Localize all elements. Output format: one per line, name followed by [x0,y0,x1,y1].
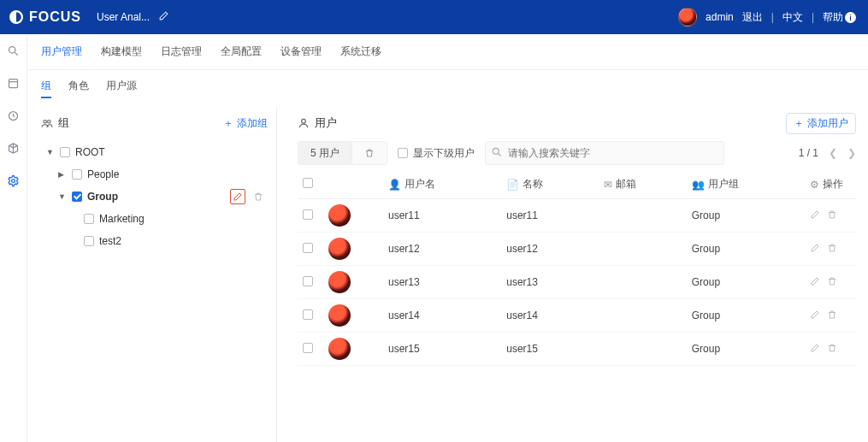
svg-point-7 [493,148,499,154]
tree-checkbox[interactable] [84,236,94,246]
cell-username: user14 [383,299,501,333]
edit-icon[interactable] [230,189,245,204]
tree-row-marketing[interactable]: Marketing [41,208,271,230]
caret-icon[interactable]: ▶ [58,170,67,179]
tree-row-people[interactable]: ▶People [41,163,271,186]
table-row[interactable]: user12user12Group [298,233,856,266]
row-actions [810,243,851,256]
edit-icon[interactable] [158,10,169,24]
trash-icon[interactable] [827,276,837,289]
caret-icon[interactable]: ▼ [46,148,55,156]
nav1-item-3[interactable]: 全局配置 [221,44,262,64]
svg-point-0 [9,47,16,54]
search-icon[interactable] [7,44,20,60]
nav2-item-2[interactable]: 用户源 [106,79,137,98]
nav-primary: 用户管理构建模型日志管理全局配置设备管理系统迁移 [27,34,868,70]
avatar [328,204,351,227]
tree-checkbox[interactable] [60,147,70,157]
row-checkbox[interactable] [303,343,313,353]
clock-icon[interactable] [7,109,20,125]
doc-icon: 📄 [506,179,519,191]
row-checkbox[interactable] [303,209,313,220]
show-subgroup-toggle[interactable]: 显示下级用户 [398,146,475,161]
tree-row-test2[interactable]: test2 [41,230,271,252]
show-subgroup-checkbox[interactable] [398,148,408,158]
tree-label[interactable]: test2 [99,235,121,247]
user-icon [298,117,310,129]
add-user-button[interactable]: ＋ 添加用户 [786,113,856,134]
trash-icon[interactable] [827,243,837,256]
edit-icon[interactable] [810,309,820,322]
trash-icon[interactable] [827,343,837,356]
row-checkbox[interactable] [303,276,313,286]
user-panel-header: 用户 ＋ 添加用户 [298,114,856,133]
tree-checkbox[interactable] [72,192,82,202]
group-panel: 组 ＋ 添加组 ▼ROOT▶People▼GroupMarketingtest2 [27,107,277,442]
nav1-item-4[interactable]: 设备管理 [280,44,322,64]
logout-link[interactable]: 退出 [742,10,763,25]
nav2-item-1[interactable]: 角色 [68,79,89,98]
help-link[interactable]: 帮助i [823,10,856,25]
lang-link[interactable]: 中文 [782,10,803,25]
brand-text: FOCUS [29,9,81,25]
bulk-delete-button[interactable] [351,142,387,164]
svg-point-6 [302,119,306,123]
edit-icon[interactable] [810,209,820,222]
cube-icon[interactable] [7,142,20,157]
edit-icon[interactable] [810,276,820,289]
svg-point-4 [44,121,47,124]
search-input[interactable] [485,141,724,165]
select-all-checkbox[interactable] [303,178,313,188]
cell-email [599,233,687,266]
tree-label[interactable]: Marketing [99,213,145,225]
group-panel-header: 组 ＋ 添加组 [41,114,271,133]
tree-checkbox[interactable] [72,169,82,180]
trash-icon[interactable] [827,209,837,222]
user-link[interactable]: admin [706,11,734,23]
search-wrap [485,141,724,165]
table-row[interactable]: user11user11Group [298,199,856,233]
nav2-item-0[interactable]: 组 [41,79,51,98]
tree-row-root[interactable]: ▼ROOT [41,141,271,163]
tree-checkbox[interactable] [84,214,94,224]
sep: | [812,11,814,23]
book-icon[interactable] [7,77,20,92]
group-title: 组 [41,115,69,131]
trash-icon[interactable] [251,189,266,204]
user-table: 👤用户名 📄名称 ✉邮箱 👥用户组 ⚙操作 user11user11Groupu… [298,170,856,366]
row-checkbox[interactable] [303,309,313,320]
tree-label[interactable]: Group [87,191,118,203]
trash-icon[interactable] [827,309,837,322]
edit-icon[interactable] [810,243,820,256]
col-email: 邮箱 [616,178,636,190]
user-count-tab[interactable]: 5 用户 [298,142,351,164]
cell-email [599,299,687,333]
search-icon [491,146,503,161]
nav1-item-1[interactable]: 构建模型 [101,44,142,64]
table-row[interactable]: user15user15Group [298,333,856,366]
prev-page-button[interactable]: ❮ [829,147,837,159]
edit-icon[interactable] [810,343,820,356]
add-group-button[interactable]: ＋ 添加组 [220,116,271,131]
nav1-item-5[interactable]: 系统迁移 [340,44,381,64]
row-checkbox[interactable] [303,243,313,253]
nav1-item-0[interactable]: 用户管理 [41,44,82,64]
tree-label[interactable]: ROOT [75,146,105,158]
user-panel: 用户 ＋ 添加用户 5 用户 显示下级用户 [277,107,868,442]
avatar[interactable] [678,8,697,27]
cell-username: user15 [383,333,501,366]
brand-logo: FOCUS [9,9,81,25]
next-page-button[interactable]: ❯ [847,147,856,159]
nav1-item-2[interactable]: 日志管理 [161,44,202,64]
tree-label[interactable]: People [87,168,119,180]
workspace-tab[interactable]: User Anal... [97,10,169,24]
cell-group: Group [687,233,805,266]
tree-row-group[interactable]: ▼Group [41,186,271,208]
row-actions [810,276,851,289]
gear-icon[interactable] [7,174,20,190]
table-row[interactable]: user14user14Group [298,299,856,333]
table-row[interactable]: user13user13Group [298,266,856,299]
caret-icon[interactable]: ▼ [58,192,67,201]
cell-name: user15 [501,333,598,366]
nav-secondary: 组角色用户源 [27,70,868,107]
